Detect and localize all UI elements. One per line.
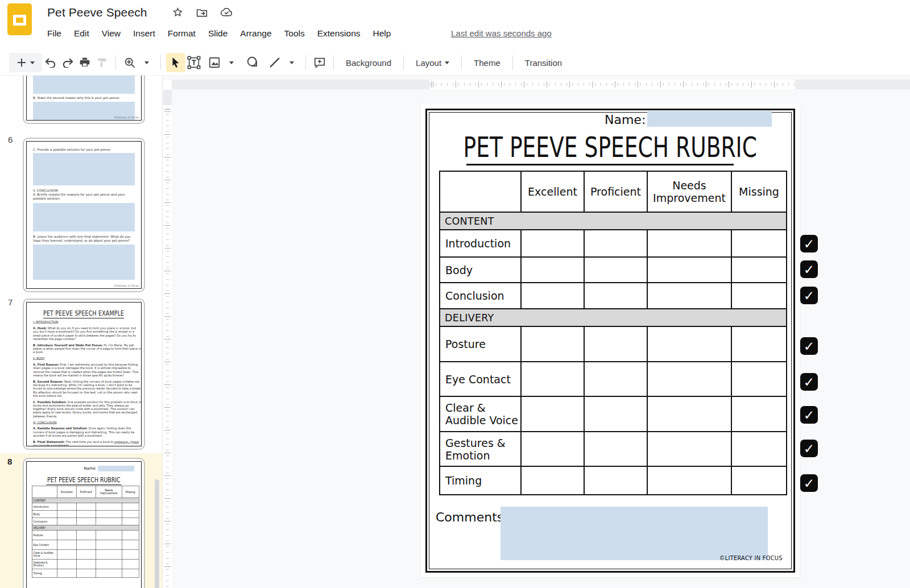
print-button[interactable] <box>76 53 93 72</box>
rubric-empty-cell[interactable] <box>76 549 96 559</box>
name-fill-box[interactable] <box>647 111 772 127</box>
rubric-empty-cell[interactable] <box>96 540 122 549</box>
text-box-tool-button[interactable] <box>185 53 202 72</box>
google-slides-logo[interactable] <box>7 3 32 35</box>
comments-fill-box[interactable] <box>500 507 768 560</box>
rubric-empty-cell[interactable] <box>96 569 122 577</box>
rubric-empty-cell[interactable] <box>76 540 96 549</box>
rubric-empty-cell[interactable] <box>57 503 76 510</box>
rubric-empty-cell[interactable] <box>521 283 584 309</box>
rubric-empty-cell[interactable] <box>647 283 731 309</box>
shape-tool-button[interactable] <box>245 53 262 72</box>
rubric-empty-cell[interactable] <box>731 257 787 283</box>
checkmark-icon[interactable]: ✓ <box>800 235 818 252</box>
new-slide-caret-icon[interactable] <box>30 61 35 64</box>
rubric-empty-cell[interactable] <box>57 569 76 577</box>
rubric-empty-cell[interactable] <box>122 540 139 549</box>
line-tool-button[interactable] <box>266 53 283 72</box>
slide-8-thumbnail[interactable]: Name PET PEEVE SPEECH RUBRIC ExcellentPr… <box>23 458 145 588</box>
menu-item-extensions[interactable]: Extensions <box>311 27 367 40</box>
menu-item-edit[interactable]: Edit <box>68 27 96 40</box>
rubric-empty-cell[interactable] <box>122 559 139 569</box>
rubric-table[interactable]: ExcellentProficientNeeds ImprovementMiss… <box>439 171 787 495</box>
rubric-empty-cell[interactable] <box>647 326 731 362</box>
move-folder-icon[interactable] <box>196 7 208 18</box>
rubric-empty-cell[interactable] <box>122 517 139 525</box>
slide-page[interactable]: Name: PET PEEVE SPEECH RUBRIC ExcellentP… <box>421 104 800 577</box>
rubric-empty-cell[interactable] <box>57 549 76 559</box>
rubric-empty-cell[interactable] <box>521 396 584 432</box>
checkmark-icon[interactable]: ✓ <box>800 373 818 391</box>
rubric-empty-cell[interactable] <box>584 466 647 495</box>
rubric-empty-cell[interactable] <box>584 396 647 432</box>
select-tool-button[interactable] <box>166 53 185 72</box>
theme-button[interactable]: Theme <box>467 53 507 72</box>
rubric-empty-cell[interactable] <box>731 432 787 466</box>
rubric-empty-cell[interactable] <box>57 559 76 569</box>
redo-button[interactable] <box>59 53 76 72</box>
last-edit-status[interactable]: Last edit was seconds ago <box>451 28 552 38</box>
rubric-empty-cell[interactable] <box>96 517 122 525</box>
rubric-empty-cell[interactable] <box>647 466 731 495</box>
rubric-empty-cell[interactable] <box>521 326 584 362</box>
menu-item-file[interactable]: File <box>41 27 68 40</box>
rubric-empty-cell[interactable] <box>96 559 122 569</box>
zoom-button[interactable] <box>121 53 138 72</box>
rubric-empty-cell[interactable] <box>57 530 76 540</box>
rubric-empty-cell[interactable] <box>731 326 787 362</box>
star-icon[interactable] <box>172 7 183 18</box>
rubric-empty-cell[interactable] <box>122 530 139 540</box>
paint-format-button[interactable] <box>93 53 110 72</box>
menu-item-arrange[interactable]: Arrange <box>234 27 278 40</box>
rubric-empty-cell[interactable] <box>647 257 731 283</box>
rubric-empty-cell[interactable] <box>76 559 96 569</box>
rubric-empty-cell[interactable] <box>584 257 647 283</box>
rubric-empty-cell[interactable] <box>76 517 96 525</box>
checkmark-icon[interactable]: ✓ <box>800 287 818 304</box>
layout-button[interactable]: Layout <box>409 53 456 72</box>
rubric-empty-cell[interactable] <box>731 230 787 257</box>
rubric-empty-cell[interactable] <box>521 466 584 495</box>
menu-item-format[interactable]: Format <box>162 27 202 40</box>
new-slide-button[interactable] <box>9 53 42 72</box>
rubric-empty-cell[interactable] <box>647 432 731 466</box>
rubric-empty-cell[interactable] <box>731 396 787 432</box>
checkmark-icon[interactable]: ✓ <box>800 260 818 278</box>
rubric-empty-cell[interactable] <box>57 517 76 525</box>
rubric-empty-cell[interactable] <box>96 510 122 517</box>
rubric-empty-cell[interactable] <box>57 510 76 517</box>
rubric-empty-cell[interactable] <box>647 396 731 432</box>
rubric-empty-cell[interactable] <box>521 257 584 283</box>
rubric-empty-cell[interactable] <box>76 510 96 517</box>
rubric-empty-cell[interactable] <box>96 503 122 510</box>
menu-item-insert[interactable]: Insert <box>127 27 162 40</box>
rubric-empty-cell[interactable] <box>76 503 96 510</box>
rubric-empty-cell[interactable] <box>96 530 122 540</box>
cloud-status-icon[interactable] <box>221 8 233 17</box>
rubric-empty-cell[interactable] <box>122 510 139 517</box>
rubric-empty-cell[interactable] <box>122 569 139 577</box>
document-title[interactable]: Pet Peeve Speech <box>47 6 147 19</box>
checkmark-icon[interactable]: ✓ <box>800 337 818 355</box>
rubric-empty-cell[interactable] <box>647 230 731 257</box>
rubric-empty-cell[interactable] <box>96 549 122 559</box>
rubric-empty-cell[interactable] <box>521 230 584 257</box>
rubric-empty-cell[interactable] <box>76 530 96 540</box>
slide-7-thumbnail[interactable]: PET PEEVE SPEECH EXAMPLE I. INTRODUCTION… <box>23 299 145 450</box>
rubric-empty-cell[interactable] <box>731 466 787 495</box>
menu-item-view[interactable]: View <box>96 27 127 40</box>
insert-comment-button[interactable] <box>311 53 328 72</box>
rubric-empty-cell[interactable] <box>584 432 647 466</box>
rubric-empty-cell[interactable] <box>584 326 647 362</box>
checkmark-icon[interactable]: ✓ <box>800 474 818 492</box>
menu-item-slide[interactable]: Slide <box>202 27 234 40</box>
slide-6-thumbnail[interactable]: C. Provide a possible solution for your … <box>23 138 145 292</box>
image-caret-icon[interactable] <box>223 53 240 72</box>
rubric-empty-cell[interactable] <box>122 503 139 510</box>
filmstrip-scrollbar[interactable] <box>155 479 159 588</box>
rubric-empty-cell[interactable] <box>584 283 647 309</box>
line-caret-icon[interactable] <box>283 53 300 72</box>
rubric-empty-cell[interactable] <box>521 362 584 396</box>
background-button[interactable]: Background <box>339 53 398 72</box>
rubric-empty-cell[interactable] <box>57 540 76 549</box>
